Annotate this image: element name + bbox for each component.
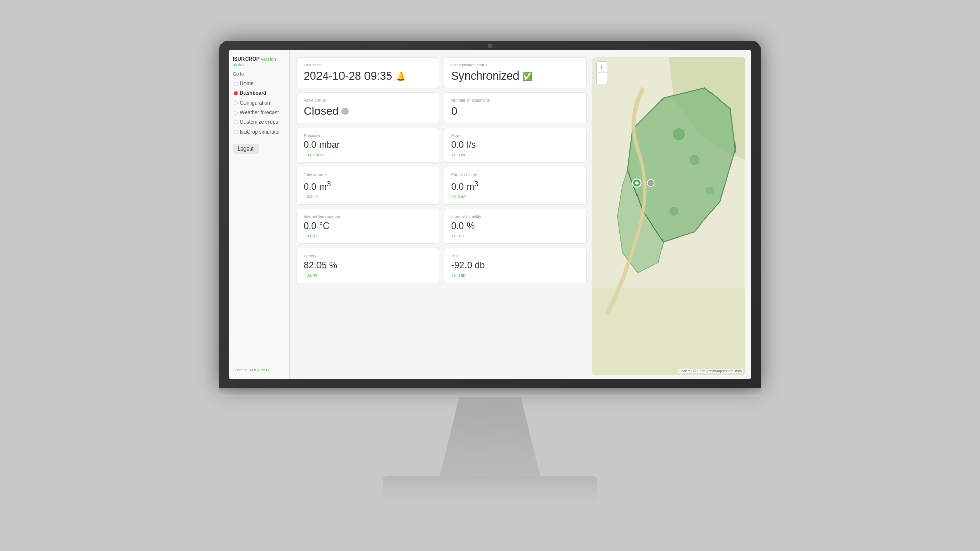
partial-volume-label: Partial volume bbox=[451, 172, 579, 177]
last-seen-text: 2024-10-28 09:35 bbox=[304, 69, 393, 83]
internal-humidity-text: 0.0 % bbox=[451, 221, 475, 232]
svg-point-8 bbox=[689, 155, 699, 165]
pressure-text: 0.0 mbar bbox=[304, 140, 340, 151]
check-icon: ✅ bbox=[522, 71, 532, 81]
internal-temp-label: Internal temperature bbox=[304, 214, 432, 219]
actuations-value: 0 bbox=[451, 105, 579, 118]
rssi-text: -92.0 db bbox=[451, 260, 485, 271]
pressure-card: Pressure 0.0 mbar ↑ 0.0 mbar bbox=[296, 128, 439, 163]
total-volume-card: Total volume 0.0 m3 ↑ 0.0 m³ bbox=[296, 167, 439, 205]
internal-humidity-card: Internal humidity 0.0 % ↑ 0.0 % bbox=[444, 209, 587, 244]
cards-column: Last seen 2024-10-28 09:35 🔔 Configurati… bbox=[296, 57, 587, 375]
rssi-label: RSSI bbox=[451, 254, 579, 258]
sidebar-item-configuration-label: Configuration bbox=[240, 100, 270, 106]
partial-volume-trend-value: 0.0 m³ bbox=[454, 194, 466, 199]
logout-button[interactable]: Logout bbox=[233, 144, 259, 154]
nav-dot-crops bbox=[234, 120, 238, 124]
sidebar-navigation: Home Dashboard Configuration Weather for… bbox=[233, 80, 285, 136]
sidebar-item-crops[interactable]: Customize crops bbox=[233, 118, 285, 126]
config-status-text: Synchronized bbox=[451, 69, 519, 83]
stand-neck bbox=[439, 397, 541, 479]
sidebar-item-simulator-label: IsuCrop simulator bbox=[240, 129, 280, 135]
row-5: Internal temperature 0.0 °C ↑ 0.0°C bbox=[296, 209, 587, 244]
partial-volume-trend-arrow: ↑ bbox=[451, 194, 453, 199]
sidebar-item-home[interactable]: Home bbox=[233, 80, 285, 87]
map-svg bbox=[592, 57, 745, 375]
valve-status-text: Closed bbox=[304, 105, 338, 118]
row-2: Valve status Closed Number of actuations… bbox=[296, 92, 587, 123]
internal-humidity-trend: ↑ 0.0 % bbox=[451, 234, 579, 238]
bell-icon: 🔔 bbox=[396, 71, 406, 81]
nav-dot-configuration bbox=[234, 101, 238, 105]
sidebar-item-weather[interactable]: Weather forecast bbox=[233, 109, 285, 116]
stand-base bbox=[383, 476, 597, 502]
row-4: Total volume 0.0 m3 ↑ 0.0 m³ Par bbox=[296, 167, 587, 205]
svg-rect-11 bbox=[592, 288, 745, 375]
rssi-trend: ↑ 0.0 db bbox=[451, 273, 579, 278]
map-zoom-controls: + − bbox=[596, 61, 607, 84]
total-volume-text: 0.0 m3 bbox=[304, 179, 331, 192]
pressure-trend: ↑ 0.0 mbar bbox=[304, 153, 432, 157]
actuations-label: Number of actuations bbox=[451, 98, 579, 103]
sidebar-item-dashboard[interactable]: Dashboard bbox=[233, 89, 285, 97]
internal-humidity-trend-arrow: ↑ bbox=[451, 234, 453, 238]
svg-point-6 bbox=[647, 180, 654, 187]
sidebar-item-crops-label: Customize crops bbox=[240, 119, 278, 125]
sidebar-footer: Created by ISUBKI S.L. bbox=[233, 368, 285, 372]
config-status-value: Synchronized ✅ bbox=[451, 69, 579, 83]
version-label: version bbox=[261, 57, 276, 62]
svg-point-5 bbox=[635, 182, 639, 185]
partial-volume-text: 0.0 m3 bbox=[451, 179, 478, 192]
brand-name: ISURCROP bbox=[233, 56, 260, 62]
actuations-text: 0 bbox=[451, 105, 457, 118]
valve-status-value: Closed bbox=[304, 105, 432, 118]
battery-trend-value: 0.0 % bbox=[307, 273, 317, 278]
partial-volume-trend: ↑ 0.0 m³ bbox=[451, 194, 579, 199]
battery-trend: ↑ 0.0 % bbox=[304, 273, 432, 278]
flow-trend-arrow: ↑ bbox=[451, 153, 453, 157]
nav-dot-weather bbox=[234, 111, 238, 115]
valve-status-indicator bbox=[341, 108, 349, 115]
total-volume-label: Total volume bbox=[304, 172, 432, 177]
map-zoom-in-button[interactable]: + bbox=[596, 61, 607, 72]
flow-trend-value: 0.0 l/s bbox=[454, 153, 465, 157]
rssi-card: RSSI -92.0 db ↑ 0.0 db bbox=[444, 248, 587, 283]
rssi-trend-value: 0.0 db bbox=[454, 273, 465, 278]
sidebar-item-configuration[interactable]: Configuration bbox=[233, 99, 285, 107]
partial-volume-card: Partial volume 0.0 m3 ↑ 0.0 m³ bbox=[444, 167, 587, 205]
internal-temp-value: 0.0 °C bbox=[304, 221, 432, 232]
flow-text: 0.0 l/s bbox=[451, 140, 476, 151]
monitor-stand-neck bbox=[219, 388, 761, 397]
logout-section: Logout bbox=[233, 144, 285, 154]
flow-value: 0.0 l/s bbox=[451, 140, 579, 151]
map-zoom-out-button[interactable]: − bbox=[596, 73, 607, 84]
sidebar-item-dashboard-label: Dashboard bbox=[240, 90, 266, 96]
map-container: + − bbox=[592, 57, 745, 375]
svg-point-10 bbox=[669, 207, 678, 216]
pressure-trend-arrow: ↑ bbox=[304, 153, 306, 157]
battery-label: Battery bbox=[304, 254, 432, 258]
alpha-label: alpha bbox=[233, 62, 244, 67]
row-1: Last seen 2024-10-28 09:35 🔔 Configurati… bbox=[296, 57, 587, 88]
internal-temp-trend: ↑ 0.0°C bbox=[304, 234, 432, 238]
footer-link[interactable]: ISUBKI S.L. bbox=[254, 368, 276, 372]
sidebar-logo: ISURCROP version alpha bbox=[233, 56, 285, 67]
internal-humidity-trend-value: 0.0 % bbox=[454, 234, 464, 238]
actuations-card: Number of actuations 0 bbox=[444, 92, 587, 123]
config-status-card: Configuration status Synchronized ✅ bbox=[444, 57, 587, 88]
sidebar-item-simulator[interactable]: IsuCrop simulator bbox=[233, 128, 285, 136]
last-seen-value: 2024-10-28 09:35 🔔 bbox=[304, 69, 432, 83]
flow-card: Flow 0.0 l/s ↑ 0.0 l/s bbox=[444, 128, 587, 163]
rssi-value: -92.0 db bbox=[451, 260, 579, 271]
total-volume-trend-arrow: ↑ bbox=[304, 194, 306, 199]
pressure-label: Pressure bbox=[304, 133, 432, 138]
total-volume-trend-value: 0.0 m³ bbox=[307, 194, 318, 199]
internal-humidity-label: Internal humidity bbox=[451, 214, 579, 219]
pressure-value: 0.0 mbar bbox=[304, 140, 432, 151]
rssi-trend-arrow: ↑ bbox=[451, 273, 453, 278]
internal-humidity-value: 0.0 % bbox=[451, 221, 579, 232]
map-attribution: Leaflet | © OpenStreetMap contributors bbox=[678, 369, 743, 373]
battery-trend-arrow: ↑ bbox=[304, 273, 306, 278]
flow-trend: ↑ 0.0 l/s bbox=[451, 153, 579, 157]
sidebar: ISURCROP version alpha Go to Home Dashbo… bbox=[229, 50, 290, 379]
